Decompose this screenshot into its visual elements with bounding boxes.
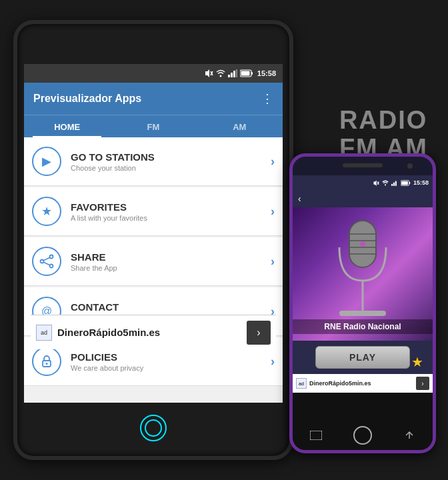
svg-point-35 bbox=[360, 241, 365, 247]
policies-icon-wrap bbox=[32, 347, 61, 376]
svg-rect-36 bbox=[310, 431, 322, 440]
phone-screen: 15:58 ‹ bbox=[293, 175, 433, 421]
tab-home[interactable]: HOME bbox=[24, 115, 110, 137]
svg-rect-22 bbox=[391, 183, 393, 185]
phone-station-name: RNE Radio Nacional bbox=[293, 319, 433, 334]
policies-sublabel: We care about privacy bbox=[71, 364, 271, 372]
share-icon-wrap bbox=[32, 247, 61, 276]
phone-battery-icon bbox=[401, 180, 411, 186]
policies-text: POLICIES We care about privacy bbox=[71, 351, 271, 372]
tab-fm[interactable]: FM bbox=[110, 115, 196, 137]
tablet-screen: 15:58 Previsualizador Apps ⋮ HOME FM AM bbox=[24, 64, 283, 403]
nav-back-icon bbox=[310, 431, 322, 440]
svg-rect-34 bbox=[339, 311, 386, 316]
phone-play-area: PLAY ★ bbox=[293, 341, 433, 374]
svg-line-14 bbox=[43, 257, 50, 261]
phone-play-button[interactable]: PLAY bbox=[315, 346, 410, 369]
tablet-tabs: HOME FM AM bbox=[24, 115, 283, 137]
policies-arrow: › bbox=[271, 355, 275, 369]
svg-line-15 bbox=[43, 262, 50, 265]
phone-back-button[interactable]: ‹ bbox=[293, 190, 433, 207]
svg-marker-18 bbox=[373, 180, 376, 186]
phone-radio-image: RNE Radio Nacional bbox=[293, 207, 433, 341]
share-icon bbox=[39, 254, 54, 269]
tablet-menu-button[interactable]: ⋮ bbox=[261, 91, 273, 106]
share-sublabel: Share the App bbox=[71, 264, 271, 272]
svg-marker-0 bbox=[205, 69, 209, 77]
tablet-status-bar: 15:58 bbox=[24, 64, 283, 83]
phone-mute-icon bbox=[373, 179, 379, 186]
play-circle-icon: ▶ bbox=[42, 154, 51, 169]
nav-recent-icon bbox=[405, 431, 414, 440]
phone-device: 15:58 ‹ bbox=[289, 153, 436, 453]
phone-ad-arrow[interactable]: › bbox=[416, 377, 429, 390]
battery-icon bbox=[240, 69, 253, 77]
phone-nav-back[interactable] bbox=[307, 429, 325, 442]
phone-status-bar: 15:58 bbox=[293, 175, 433, 190]
tablet-device: 15:58 Previsualizador Apps ⋮ HOME FM AM bbox=[13, 20, 293, 460]
tablet-app-header: Previsualizador Apps ⋮ bbox=[24, 83, 283, 115]
contact-label: CONTACT bbox=[71, 301, 271, 313]
favorites-icon-wrap: ★ bbox=[32, 197, 61, 226]
phone-nav-recent[interactable] bbox=[400, 429, 419, 442]
phone-ad-icon: ad bbox=[296, 378, 307, 389]
favorites-sublabel: A list with your favorites bbox=[71, 214, 271, 222]
tablet-time: 15:58 bbox=[257, 69, 276, 77]
phone-nav-bar bbox=[293, 421, 433, 450]
stations-icon-wrap: ▶ bbox=[32, 147, 61, 176]
phone-time: 15:58 bbox=[413, 179, 429, 186]
tablet-ad-text: DineroRápido5min.es bbox=[57, 327, 241, 338]
home-circle-icon bbox=[145, 419, 162, 437]
microphone-illustration bbox=[319, 214, 406, 327]
svg-point-3 bbox=[219, 75, 221, 77]
phone-star-icon[interactable]: ★ bbox=[411, 354, 423, 370]
stations-sublabel: Choose your station bbox=[71, 164, 271, 172]
stations-text: GO TO STATIONS Choose your station bbox=[71, 151, 271, 172]
share-label: SHARE bbox=[71, 251, 271, 263]
share-text: SHARE Share the App bbox=[71, 251, 271, 272]
svg-rect-9 bbox=[251, 72, 253, 75]
phone-nav-home[interactable] bbox=[353, 426, 372, 445]
tablet-status-icons bbox=[204, 69, 253, 78]
menu-item-share[interactable]: SHARE Share the App › bbox=[24, 237, 283, 286]
stations-label: GO TO STATIONS bbox=[71, 151, 271, 163]
svg-rect-27 bbox=[401, 181, 408, 184]
svg-point-21 bbox=[385, 184, 386, 185]
signal-icon bbox=[228, 69, 237, 77]
svg-rect-26 bbox=[409, 182, 411, 184]
svg-point-11 bbox=[41, 260, 44, 263]
svg-rect-4 bbox=[228, 75, 230, 77]
phone-wifi-icon bbox=[382, 180, 389, 186]
tablet-ad-icon: ad bbox=[36, 325, 52, 341]
phone-ad-banner[interactable]: ad DineroRápido5min.es › bbox=[293, 374, 433, 393]
phone-signal-icon bbox=[391, 180, 398, 186]
wifi-icon bbox=[216, 69, 225, 77]
phone-speaker bbox=[343, 163, 383, 167]
favorites-arrow: › bbox=[271, 205, 275, 219]
tablet-app-title: Previsualizador Apps bbox=[33, 93, 141, 105]
svg-point-13 bbox=[50, 265, 53, 268]
svg-rect-5 bbox=[231, 73, 233, 77]
tablet-ad-arrow[interactable]: › bbox=[247, 321, 271, 345]
svg-point-17 bbox=[46, 363, 48, 365]
menu-item-favorites[interactable]: ★ FAVORITES A list with your favorites › bbox=[24, 187, 283, 236]
stations-arrow: › bbox=[271, 155, 275, 169]
tablet-home-button[interactable] bbox=[140, 415, 167, 441]
policies-label: POLICIES bbox=[71, 351, 271, 363]
favorites-label: FAVORITES bbox=[71, 201, 271, 213]
favorites-text: FAVORITES A list with your favorites bbox=[71, 201, 271, 222]
svg-rect-7 bbox=[236, 69, 237, 77]
phone-ad-text: DineroRápido5min.es bbox=[309, 380, 413, 387]
svg-point-12 bbox=[50, 255, 53, 259]
mute-icon bbox=[204, 69, 213, 78]
svg-rect-6 bbox=[233, 71, 235, 77]
menu-item-stations[interactable]: ▶ GO TO STATIONS Choose your station › bbox=[24, 137, 283, 186]
lock-icon bbox=[39, 354, 54, 369]
star-icon: ★ bbox=[41, 204, 52, 219]
svg-rect-24 bbox=[395, 181, 397, 185]
tablet-ad-banner[interactable]: ad DineroRápido5min.es › bbox=[31, 315, 276, 349]
tab-am[interactable]: AM bbox=[197, 115, 283, 137]
svg-rect-10 bbox=[241, 71, 249, 76]
share-arrow: › bbox=[271, 255, 275, 269]
svg-rect-23 bbox=[393, 182, 395, 185]
